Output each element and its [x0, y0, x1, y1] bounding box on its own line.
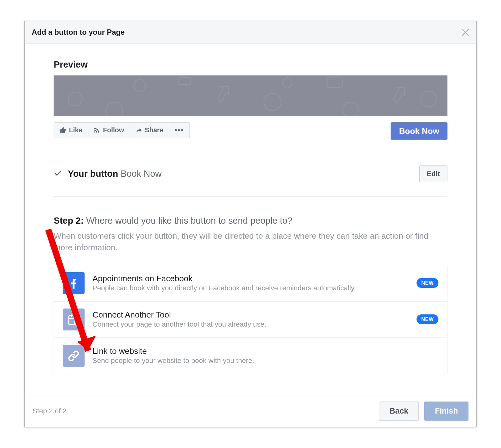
cover-photo-strip: [54, 75, 447, 116]
new-badge: NEW: [416, 278, 438, 288]
preview-action-bar: Like Follow Share •••: [54, 122, 447, 140]
follow-label: Follow: [103, 126, 124, 134]
your-button-text: Your button Book Now: [68, 169, 162, 179]
option-link-website[interactable]: Link to website Send people to your webs…: [54, 338, 447, 374]
step2-section: Step 2: Where would you like this button…: [54, 216, 447, 374]
ellipsis-icon: •••: [175, 126, 184, 134]
dialog-footer: Step 2 of 2 Back Finish: [25, 395, 477, 427]
back-button[interactable]: Back: [379, 402, 419, 421]
action-group: Like Follow Share •••: [54, 122, 190, 138]
like-label: Like: [69, 126, 82, 134]
dialog-body: Preview: [25, 44, 477, 395]
dialog: Add a button to your Page Preview: [24, 21, 477, 427]
option-title: Appointments on Facebook: [92, 274, 409, 283]
option-title: Link to website: [92, 347, 438, 356]
step2-title: Step 2: Where would you like this button…: [54, 216, 447, 226]
dialog-title: Add a button to your Page: [32, 28, 125, 37]
more-button[interactable]: •••: [169, 123, 189, 138]
step-indicator: Step 2 of 2: [33, 407, 67, 415]
cta-button[interactable]: Book Now: [391, 122, 447, 140]
finish-button[interactable]: Finish: [424, 402, 468, 421]
step2-label: Step 2:: [54, 216, 84, 226]
new-badge: NEW: [416, 314, 438, 324]
option-list: Appointments on Facebook People can book…: [54, 265, 447, 374]
your-button-value: Book Now: [121, 169, 162, 179]
divider: [54, 196, 447, 196]
facebook-icon: [63, 272, 85, 294]
your-button-label: Your button: [68, 169, 118, 179]
preview-section: Preview: [54, 59, 447, 140]
your-button-row: Your button Book Now Edit: [54, 165, 447, 182]
link-icon: [63, 345, 85, 367]
calendar-plus-icon: [63, 308, 85, 330]
share-button[interactable]: Share: [130, 123, 169, 138]
check-icon: [54, 169, 62, 179]
dialog-header: Add a button to your Page: [25, 21, 477, 44]
follow-button[interactable]: Follow: [88, 123, 130, 138]
option-title: Connect Another Tool: [92, 310, 409, 319]
option-connect-tool[interactable]: Connect Another Tool Connect your page t…: [54, 301, 447, 338]
option-appointments[interactable]: Appointments on Facebook People can book…: [54, 265, 447, 301]
thumbs-up-icon: [59, 127, 67, 134]
share-label: Share: [145, 126, 163, 134]
rss-icon: [94, 127, 101, 134]
step2-description: When customers click your button, they w…: [54, 230, 447, 254]
close-icon[interactable]: [462, 28, 469, 36]
preview-heading: Preview: [54, 59, 447, 70]
option-desc: People can book with you directly on Fac…: [92, 284, 409, 292]
edit-button[interactable]: Edit: [419, 165, 447, 182]
option-desc: Send people to your website to book with…: [92, 357, 438, 365]
like-button[interactable]: Like: [54, 123, 88, 138]
option-desc: Connect your page to another tool that y…: [92, 320, 409, 328]
svg-rect-0: [54, 75, 447, 116]
step2-question: Where would you like this button to send…: [86, 216, 292, 226]
share-icon: [135, 127, 142, 134]
